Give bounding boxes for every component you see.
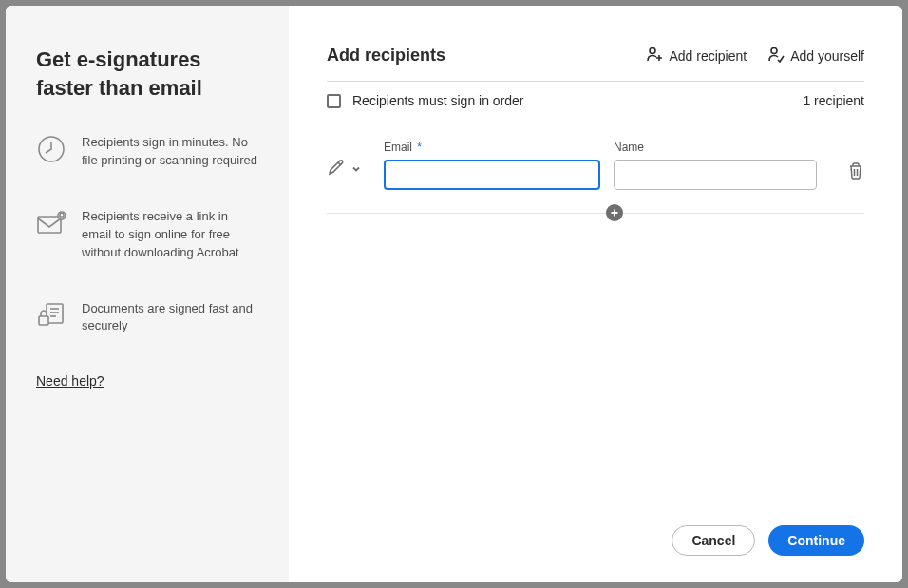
chevron-down-icon bbox=[351, 161, 361, 178]
feature-text: Recipients receive a link in email to si… bbox=[82, 208, 258, 262]
main-panel: Add recipients Add recipient bbox=[289, 6, 902, 582]
cancel-button[interactable]: Cancel bbox=[672, 525, 755, 556]
email-label: Email * bbox=[384, 141, 600, 154]
secure-doc-icon bbox=[36, 300, 66, 331]
continue-button[interactable]: Continue bbox=[768, 525, 864, 556]
svg-point-11 bbox=[771, 48, 777, 54]
dialog-footer: Cancel Continue bbox=[327, 525, 864, 556]
mail-notify-icon bbox=[36, 208, 66, 238]
trash-icon bbox=[847, 167, 864, 183]
header-actions: Add recipient Add yourself bbox=[646, 46, 864, 66]
sidebar-title: Get e-signatures faster than email bbox=[36, 46, 258, 102]
svg-rect-7 bbox=[39, 316, 48, 325]
name-input[interactable] bbox=[614, 160, 817, 190]
add-recipient-label: Add recipient bbox=[669, 48, 747, 64]
feature-text: Documents are signed fast and securely bbox=[82, 300, 258, 336]
add-yourself-icon bbox=[767, 46, 785, 66]
recipient-count: 1 recipient bbox=[803, 93, 864, 108]
recipient-row: Email * Name bbox=[327, 141, 864, 190]
email-input[interactable] bbox=[384, 160, 600, 190]
add-row-button[interactable] bbox=[606, 204, 623, 221]
feature-item: Recipients sign in minutes. No file prin… bbox=[36, 134, 258, 170]
options-row: Recipients must sign in order 1 recipien… bbox=[327, 82, 864, 116]
pen-icon bbox=[327, 158, 346, 180]
name-field-group: Name bbox=[614, 141, 817, 190]
svg-rect-1 bbox=[38, 217, 61, 233]
sidebar: Get e-signatures faster than email Recip… bbox=[6, 6, 289, 582]
page-title: Add recipients bbox=[327, 46, 445, 66]
svg-point-8 bbox=[650, 48, 655, 54]
add-recipient-icon bbox=[646, 46, 663, 66]
checkbox-box bbox=[327, 94, 341, 108]
esign-dialog: Get e-signatures faster than email Recip… bbox=[6, 6, 902, 582]
delete-recipient-button[interactable] bbox=[847, 161, 864, 190]
plus-icon bbox=[610, 208, 619, 218]
signer-type-dropdown[interactable] bbox=[327, 158, 370, 190]
svg-line-12 bbox=[338, 162, 341, 165]
feature-item: Documents are signed fast and securely bbox=[36, 300, 258, 336]
clock-icon bbox=[36, 134, 66, 164]
add-yourself-button[interactable]: Add yourself bbox=[767, 46, 864, 66]
feature-text: Recipients sign in minutes. No file prin… bbox=[82, 134, 258, 170]
required-mark: * bbox=[417, 141, 422, 154]
email-field-group: Email * bbox=[384, 141, 600, 190]
main-header: Add recipients Add recipient bbox=[327, 46, 864, 82]
need-help-link[interactable]: Need help? bbox=[36, 373, 104, 389]
add-recipient-button[interactable]: Add recipient bbox=[646, 46, 747, 66]
feature-item: Recipients receive a link in email to si… bbox=[36, 208, 258, 262]
name-label: Name bbox=[614, 141, 817, 154]
sign-in-order-checkbox[interactable]: Recipients must sign in order bbox=[327, 93, 524, 108]
add-yourself-label: Add yourself bbox=[790, 48, 864, 64]
add-row-divider bbox=[327, 213, 864, 214]
checkbox-label: Recipients must sign in order bbox=[352, 93, 524, 108]
